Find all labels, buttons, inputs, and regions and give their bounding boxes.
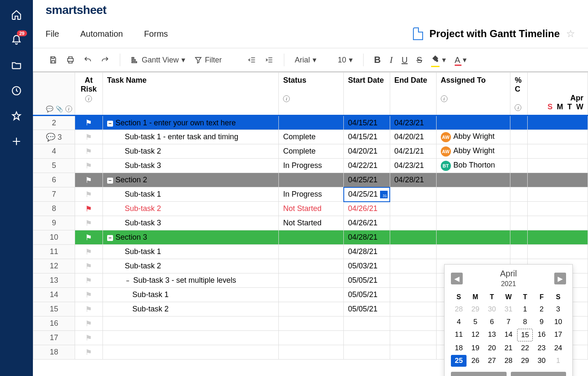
row-number[interactable]: 12 bbox=[33, 259, 75, 273]
calendar-day[interactable]: 9 bbox=[534, 316, 549, 328]
cell-start-date[interactable] bbox=[344, 316, 390, 331]
cell-start-date[interactable]: 04/15/21 bbox=[344, 130, 390, 144]
print-button[interactable] bbox=[63, 53, 78, 67]
flag-icon[interactable]: ⚑ bbox=[85, 162, 92, 170]
calendar-day[interactable]: 14 bbox=[501, 329, 516, 341]
cell-status[interactable]: Not Started bbox=[279, 216, 344, 230]
cell-status[interactable] bbox=[279, 302, 344, 316]
cell-status[interactable] bbox=[279, 230, 344, 245]
cell-pct[interactable] bbox=[510, 130, 528, 144]
cell-task[interactable]: Sub-task 2 bbox=[102, 202, 278, 216]
cell-end-date[interactable]: 04/28/21 bbox=[390, 173, 436, 187]
calendar-day[interactable]: 29 bbox=[517, 355, 533, 367]
row-number[interactable]: 10 bbox=[33, 230, 75, 245]
cell-flag[interactable]: ⚑ bbox=[75, 273, 102, 288]
cell-gantt[interactable] bbox=[528, 216, 588, 230]
folder-icon[interactable] bbox=[10, 59, 23, 72]
cell-pct[interactable] bbox=[510, 202, 528, 216]
cell-flag[interactable]: ⚑ bbox=[75, 159, 102, 173]
bold-button[interactable]: B bbox=[371, 52, 384, 68]
table-row[interactable]: 5⚑Sub-task 3In Progress04/22/2104/23/21B… bbox=[33, 159, 588, 173]
calendar-day[interactable]: 15 bbox=[517, 329, 533, 341]
cell-start-date[interactable]: 04/25/21 bbox=[344, 173, 390, 187]
cell-flag[interactable]: ⚑ bbox=[75, 288, 102, 302]
flag-icon[interactable]: ⚑ bbox=[85, 348, 92, 357]
col-pct[interactable]: % Ci bbox=[510, 73, 528, 116]
cell-start-date[interactable]: 05/05/21 bbox=[344, 288, 390, 302]
next-month-button[interactable]: ▶ bbox=[554, 273, 566, 284]
flag-icon[interactable]: ⚑ bbox=[85, 219, 92, 227]
flag-icon[interactable]: ⚑ bbox=[85, 262, 92, 271]
calendar-day[interactable]: 16 bbox=[534, 329, 549, 341]
calendar-day[interactable]: 23 bbox=[534, 342, 549, 354]
calendar-day[interactable]: 3 bbox=[550, 303, 566, 315]
cell-gantt[interactable] bbox=[528, 173, 588, 187]
flag-icon[interactable]: ⚑ bbox=[85, 248, 92, 256]
cell-assigned[interactable]: AWAbby Wright bbox=[436, 130, 510, 144]
cell-end-date[interactable] bbox=[390, 216, 436, 230]
calendar-day[interactable]: 21 bbox=[501, 342, 516, 354]
cell-status[interactable]: Complete bbox=[279, 144, 344, 159]
cell-start-date[interactable]: 04/26/21 bbox=[344, 202, 390, 216]
cell-flag[interactable]: ⚑ bbox=[75, 230, 102, 245]
calendar-day[interactable]: 28 bbox=[451, 303, 467, 315]
row-number[interactable]: 7 bbox=[33, 187, 75, 202]
row-number[interactable]: 13 bbox=[33, 273, 75, 288]
cell-task[interactable] bbox=[102, 316, 278, 331]
prev-month-button[interactable]: ◀ bbox=[451, 273, 463, 284]
cell-gantt[interactable] bbox=[528, 130, 588, 144]
cell-start-date[interactable]: 04/20/21 bbox=[344, 144, 390, 159]
flag-icon[interactable]: ⚑ bbox=[85, 133, 92, 141]
cell-flag[interactable]: ⚑ bbox=[75, 345, 102, 360]
calendar-day[interactable]: 11 bbox=[451, 329, 467, 341]
cell-end-date[interactable] bbox=[390, 245, 436, 259]
col-start[interactable]: Start Date bbox=[344, 73, 390, 116]
cell-flag[interactable]: ⚑ bbox=[75, 216, 102, 230]
menu-automation[interactable]: Automation bbox=[80, 29, 123, 39]
flag-icon[interactable]: ⚑ bbox=[85, 276, 92, 285]
collapse-icon[interactable]: − bbox=[107, 121, 113, 127]
cell-assigned[interactable] bbox=[436, 173, 510, 187]
calendar-day[interactable]: 31 bbox=[501, 303, 516, 315]
cell-start-date[interactable]: 04/25/2131 bbox=[344, 187, 390, 202]
cell-task[interactable]: Sub-task 3 bbox=[102, 159, 278, 173]
cell-assigned[interactable]: AWAbby Wright bbox=[436, 144, 510, 159]
cell-assigned[interactable] bbox=[436, 187, 510, 202]
undo-button[interactable] bbox=[80, 53, 95, 67]
row-number[interactable]: 15 bbox=[33, 302, 75, 316]
text-color-button[interactable]: A ▾ bbox=[451, 53, 470, 68]
collapse-icon[interactable]: − bbox=[125, 278, 131, 284]
flag-icon[interactable]: ⚑ bbox=[85, 176, 92, 184]
cell-assigned[interactable] bbox=[436, 230, 510, 245]
calendar-day[interactable]: 4 bbox=[451, 316, 467, 328]
recents-icon[interactable] bbox=[10, 84, 23, 97]
table-row[interactable]: 11⚑Sub-task 104/28/21 bbox=[33, 245, 588, 259]
cell-pct[interactable] bbox=[510, 187, 528, 202]
col-end[interactable]: End Date bbox=[390, 73, 436, 116]
calendar-day[interactable]: 2 bbox=[534, 303, 549, 315]
favorite-star-icon[interactable]: ☆ bbox=[566, 28, 575, 40]
cell-task[interactable]: Sub-task 1 bbox=[102, 187, 278, 202]
cell-end-date[interactable]: 04/20/21 bbox=[390, 130, 436, 144]
table-row[interactable]: 6⚑−Section 204/25/2104/28/21 bbox=[33, 173, 588, 187]
calendar-day[interactable]: 20 bbox=[484, 342, 500, 354]
table-row[interactable]: 2⚑−Section 1 - enter your own text here0… bbox=[33, 116, 588, 130]
cell-flag[interactable]: ⚑ bbox=[75, 331, 102, 345]
cell-gantt[interactable] bbox=[528, 230, 588, 245]
home-icon[interactable] bbox=[10, 8, 23, 21]
col-task[interactable]: Task Name bbox=[102, 73, 278, 116]
calendar-day[interactable]: 18 bbox=[451, 342, 467, 354]
cell-task[interactable]: Sub-task 1 bbox=[102, 288, 278, 302]
cell-end-date[interactable]: 04/23/21 bbox=[390, 159, 436, 173]
cell-start-date[interactable]: 04/28/21 bbox=[344, 230, 390, 245]
cell-status[interactable] bbox=[279, 173, 344, 187]
col-status[interactable]: Statusi bbox=[279, 73, 344, 116]
col-assigned[interactable]: Assigned Toi bbox=[436, 73, 510, 116]
calendar-day[interactable]: 8 bbox=[517, 316, 533, 328]
cell-end-date[interactable] bbox=[390, 187, 436, 202]
cell-task[interactable] bbox=[102, 331, 278, 345]
table-row[interactable]: 9⚑Sub-task 3Not Started04/26/21 bbox=[33, 216, 588, 230]
row-number[interactable]: 18 bbox=[33, 345, 75, 360]
row-number[interactable]: 16 bbox=[33, 316, 75, 331]
cell-pct[interactable] bbox=[510, 230, 528, 245]
